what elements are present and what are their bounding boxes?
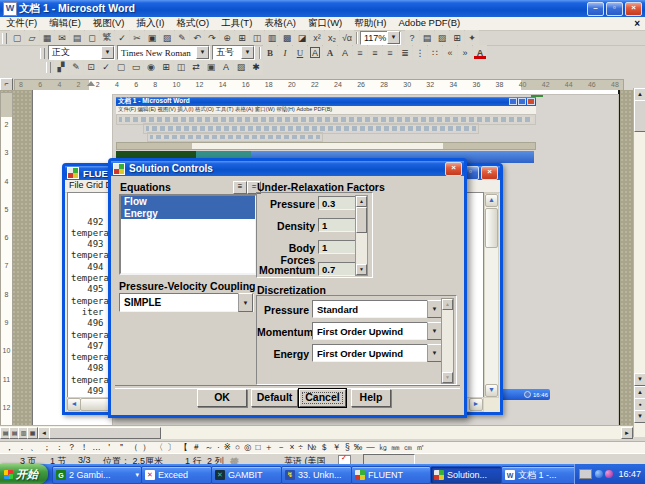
toggle-icon[interactable]: ⇄ [189, 60, 203, 75]
align-left-icon[interactable]: ≡ [353, 45, 367, 60]
toolbar-handle[interactable] [2, 33, 7, 44]
ok-button[interactable]: OK [197, 389, 247, 407]
printer-icon[interactable] [579, 469, 592, 479]
mail-icon[interactable]: ✉ [55, 30, 69, 45]
drawing-icon[interactable]: ◪ [295, 30, 309, 45]
decrease-indent-icon[interactable]: « [443, 45, 457, 60]
combobox-icon[interactable]: ◫ [174, 60, 188, 75]
textbox-icon[interactable]: ▢ [114, 60, 128, 75]
italic-icon[interactable]: I [278, 45, 292, 60]
menu-item[interactable]: 插入(I) [130, 17, 170, 28]
align-justify-icon[interactable]: ≣ [398, 45, 412, 60]
pvc-select[interactable]: SIMPLE ▼ [119, 293, 254, 312]
chevron-down-icon[interactable]: ▼ [241, 46, 254, 59]
minimize-button[interactable]: – [587, 2, 604, 16]
clock[interactable]: 16:47 [618, 469, 641, 479]
chevron-down-icon[interactable]: ▼ [427, 344, 442, 362]
close-button[interactable]: × [625, 2, 642, 16]
scroll-down-icon[interactable]: ▼ [634, 373, 645, 386]
numbering-icon[interactable]: ⋮ [413, 45, 427, 60]
close-document-button[interactable]: × [634, 18, 640, 29]
insert-table-icon[interactable]: ◫ [250, 30, 264, 45]
draw-table-icon[interactable]: ✦ [465, 30, 479, 45]
grid-icon[interactable]: ⊞ [450, 30, 464, 45]
equations-list-item[interactable]: Flow [121, 196, 255, 208]
bold-icon[interactable]: B [263, 45, 277, 60]
taskbar-task[interactable]: Solution... [430, 466, 502, 484]
copy-icon[interactable]: ▣ [145, 30, 159, 45]
help-button[interactable]: Help [351, 389, 391, 407]
energy-discretization-select[interactable]: First Order Upwind ▼ [312, 344, 443, 362]
scroll-left-icon[interactable]: ◄ [67, 398, 81, 411]
console-vertical-scrollbar[interactable]: ▲ ▼ [484, 193, 499, 398]
zoom-select[interactable]: 117%▼ [360, 31, 401, 45]
menu-item[interactable]: 格式(O) [170, 17, 215, 28]
more-controls-icon[interactable]: ✱ [249, 60, 263, 75]
checkbox-icon[interactable]: ✓ [99, 60, 113, 75]
density-urf-field[interactable]: 1 [318, 218, 356, 232]
scroll-up-icon[interactable]: ▲ [485, 194, 498, 207]
help-icon[interactable]: ? [405, 30, 419, 45]
bullets-icon[interactable]: ∷ [428, 45, 442, 60]
increase-indent-icon[interactable]: » [458, 45, 472, 60]
char-shading-icon[interactable]: A [323, 45, 337, 60]
toolbar-handle[interactable] [40, 48, 45, 59]
chevron-down-icon[interactable]: ▼ [238, 293, 253, 312]
superscript-icon[interactable]: x² [310, 30, 324, 45]
scroll-up-icon[interactable]: ▲ [356, 196, 367, 207]
tc-convert-icon[interactable]: 繁 [100, 30, 114, 45]
new-doc-icon[interactable]: ▢ [10, 30, 24, 45]
taskbar-task[interactable]: GAMBIT [211, 466, 282, 484]
discretization-scrollbar[interactable]: ▲ ▼ [441, 298, 454, 384]
font-size-select[interactable]: 五号▼ [212, 45, 255, 60]
insert-excel-icon[interactable]: ▥ [265, 30, 279, 45]
vertical-scrollbar[interactable]: ▲ ▼ ▲ ● ▼ [633, 88, 645, 437]
align-center-icon[interactable]: ≡ [368, 45, 382, 60]
open-icon[interactable]: ▱ [25, 30, 39, 45]
scroll-right-icon[interactable]: ► [621, 427, 633, 439]
equations-listbox[interactable]: FlowEnergy [119, 194, 257, 275]
menu-item[interactable]: 视图(V) [87, 17, 131, 28]
taskbar-task[interactable]: FLUENT [351, 466, 431, 484]
chevron-down-icon[interactable]: ▼ [101, 46, 114, 59]
equations-list-item[interactable]: Energy [121, 208, 255, 220]
antivirus-icon[interactable] [605, 470, 613, 478]
word-title-bar[interactable]: W 文档 1 - Microsoft Word – ▫ × [0, 0, 645, 17]
dialog-title-bar[interactable]: Solution Controls × [111, 161, 464, 176]
scroll-up-icon[interactable]: ▲ [442, 299, 453, 310]
menu-item[interactable]: 编辑(E) [43, 17, 87, 28]
menu-item[interactable]: 帮助(H) [348, 17, 392, 28]
format-painter-icon[interactable]: ✎ [175, 30, 189, 45]
spin-icon[interactable]: ▣ [204, 60, 218, 75]
pressure-discretization-select[interactable]: Standard ▼ [312, 300, 443, 318]
restore-button[interactable]: ▫ [606, 2, 623, 16]
font-select[interactable]: Times New Roman▼ [117, 45, 210, 60]
scroll-down-icon[interactable]: ▼ [356, 264, 367, 275]
scroll-thumb[interactable] [356, 207, 367, 233]
equations-list-button[interactable]: ≡ [233, 181, 247, 194]
momentum-discretization-select[interactable]: First Order Upwind ▼ [312, 322, 443, 340]
option-icon[interactable]: ◉ [144, 60, 158, 75]
taskbar-task[interactable]: 33. Unkn... [281, 466, 352, 484]
scroll-right-icon[interactable]: ► [469, 398, 483, 411]
taskbar-task[interactable]: 文档 1 -... [501, 466, 576, 484]
cut-icon[interactable]: ✂ [130, 30, 144, 45]
button-icon[interactable]: ▭ [129, 60, 143, 75]
taskbar-task[interactable]: Exceed [141, 466, 212, 484]
undo-icon[interactable]: ↶ [190, 30, 204, 45]
print-preview-icon[interactable]: ◻ [85, 30, 99, 45]
menu-item[interactable]: 工具(T) [215, 17, 258, 28]
scroll-down-icon[interactable]: ▼ [485, 384, 498, 397]
chevron-down-icon[interactable]: ▼ [387, 31, 400, 44]
menu-item[interactable]: 表格(A) [258, 17, 302, 28]
messenger-icon[interactable] [595, 470, 603, 478]
chevron-down-icon[interactable]: ▼ [427, 300, 442, 318]
acrobat-icon[interactable]: ▨ [435, 30, 449, 45]
body-forces-urf-field[interactable]: 1 [318, 240, 356, 254]
char-border-icon[interactable]: A [308, 45, 322, 60]
momentum-urf-field[interactable]: 0.7 [318, 262, 356, 276]
scroll-thumb[interactable] [485, 208, 498, 248]
urf-scrollbar[interactable]: ▲ ▼ [355, 195, 368, 276]
solution-controls-dialog[interactable]: Solution Controls × Equations ≡ = FlowEn… [108, 158, 467, 418]
image-icon[interactable]: ▨ [234, 60, 248, 75]
